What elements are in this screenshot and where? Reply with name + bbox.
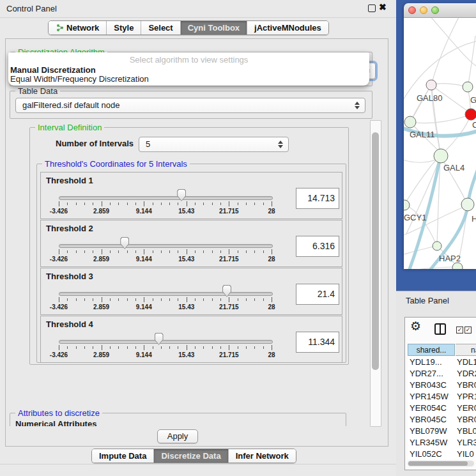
table-row[interactable]: YPR145WYPR1 [408,391,476,403]
algorithm-option-equal-width-frequency-discretization[interactable]: Equal Width/Frequency Discretization [10,74,367,84]
network-node[interactable] [434,149,448,163]
tick-mark [229,345,229,350]
network-node[interactable] [463,82,473,92]
slider-thumb-icon[interactable] [155,333,164,345]
threshold-slider[interactable] [59,340,273,344]
checkbox-icon[interactable]: ✓ [464,326,472,334]
table-data-combobox[interactable]: galFiltered.sif default node [15,98,365,113]
table-row[interactable]: YDL19...YDL1 [408,357,476,368]
network-node[interactable] [452,263,463,269]
num-intervals-combobox[interactable]: 5 [139,137,289,152]
network-window-titlebar[interactable] [404,3,476,18]
settings-scrollbar-track[interactable] [370,120,381,427]
network-edge[interactable] [410,115,469,123]
tick-mark [246,298,247,301]
threshold-slider[interactable] [59,244,273,248]
table-hscrollbar[interactable] [408,461,474,466]
tick-mark [229,297,229,302]
zoom-traffic-icon[interactable] [431,6,439,14]
tick-mark [246,346,247,349]
slider-thumb-icon[interactable] [120,237,129,249]
tick-mark [135,346,136,349]
tab-infer-network[interactable]: Infer Network [228,449,296,463]
tab-label: jActiveMNodules [254,23,321,33]
network-node[interactable] [404,116,416,128]
slider-thumb-icon[interactable] [222,285,231,297]
gear-icon[interactable]: ⚙ [410,319,421,334]
table-row[interactable]: YBR043CYBR0 [408,380,476,391]
tick-label: 15.43 [178,303,194,311]
node-label: GAL4 [443,163,464,173]
float-window-icon[interactable] [368,4,376,12]
network-edge[interactable] [404,41,476,101]
node-label: GAL11 [410,130,435,139]
tick-mark [272,249,272,254]
threshold-slider[interactable] [59,292,273,296]
tab-select[interactable]: Select [141,21,180,35]
column-layout-icon[interactable] [434,323,446,335]
network-edge[interactable] [431,18,460,85]
tab-cyni-toolbox[interactable]: Cyni Toolbox [180,21,247,35]
interval-definition-title: Interval Definition [35,123,104,132]
tick-label: 2.859 [93,256,109,263]
tab-network[interactable]: Network [49,21,106,35]
close-icon[interactable]: ✖ [379,2,387,12]
table-hscrollbar-thumb[interactable] [408,461,468,466]
threshold-value-field[interactable]: 6.316 [296,236,339,257]
tick-mark [220,298,221,301]
tick-label: 9.144 [136,208,152,215]
network-view-window[interactable]: GAL80GAGAL11CGAL4GCY1HHAP2 [404,3,476,269]
tab-jactivemnodules[interactable]: jActiveMNodules [247,21,328,35]
table-row[interactable]: YBR045CYBR0 [408,414,476,426]
tick-mark [84,346,85,349]
tick-mark [153,298,153,301]
threshold-value-field[interactable]: 14.713 [296,188,339,209]
table-row[interactable]: YLR345WYLR3 [408,437,476,449]
threshold-row: Threshold 4 -3.4262.8599.14415.4321.7152… [40,316,342,363]
table-row[interactable]: YBL079WYBL0 [408,426,476,437]
column-header-name[interactable]: na [456,344,476,356]
network-canvas[interactable]: GAL80GAGAL11CGAL4GCY1HHAP2 [404,18,476,269]
tick-mark [238,203,238,205]
threshold-value-field[interactable]: 11.344 [296,332,339,353]
tick-mark [212,346,213,349]
tick-label: 2.859 [93,208,109,215]
network-node[interactable] [426,80,436,90]
tick-mark [67,346,68,349]
close-traffic-icon[interactable] [408,6,416,14]
tick-mark [59,345,59,350]
tick-label: 15.43 [178,208,194,215]
settings-scrollbar-thumb[interactable] [372,132,379,370]
slider-thumb-icon[interactable] [177,189,186,201]
table-row[interactable]: YER054CYER0 [408,403,476,414]
table-row[interactable]: YDR27...YDR2 [408,368,476,380]
network-node[interactable] [433,242,441,250]
column-header-shared-name[interactable]: shared... [408,344,455,356]
algorithm-option-manual-discretization[interactable]: Manual Discretization [10,65,367,75]
tick-mark [220,203,221,205]
table-row[interactable]: YIL052CYIL0 [408,449,476,459]
tick-mark [84,298,85,301]
tab-discretize-data[interactable]: Discretize Data [153,449,227,463]
numerical-attributes-heading: Numerical Attributes [15,419,96,426]
cell-shared-name: YBR045C [408,414,455,426]
table-data-group: Table Data galFiltered.sif default node [10,91,372,119]
network-edge[interactable] [405,158,438,203]
tick-mark [153,250,153,253]
tick-label: 28 [268,256,275,263]
threshold-slider[interactable] [59,196,273,200]
tick-mark [127,203,128,205]
checkbox-icon[interactable]: ✓ [456,326,463,334]
apply-button[interactable]: Apply [157,429,198,443]
network-edge[interactable] [429,18,476,66]
network-edge[interactable] [404,247,434,254]
tab-style[interactable]: Style [106,21,141,35]
divider [0,464,396,464]
num-intervals-value: 5 [139,137,288,151]
threshold-value-field[interactable]: 21.4 [296,284,339,305]
network-node[interactable] [465,109,476,120]
network-node[interactable] [404,200,410,210]
tab-impute-data[interactable]: Impute Data [92,449,153,463]
minimize-traffic-icon[interactable] [420,6,427,14]
network-node[interactable] [461,198,474,211]
